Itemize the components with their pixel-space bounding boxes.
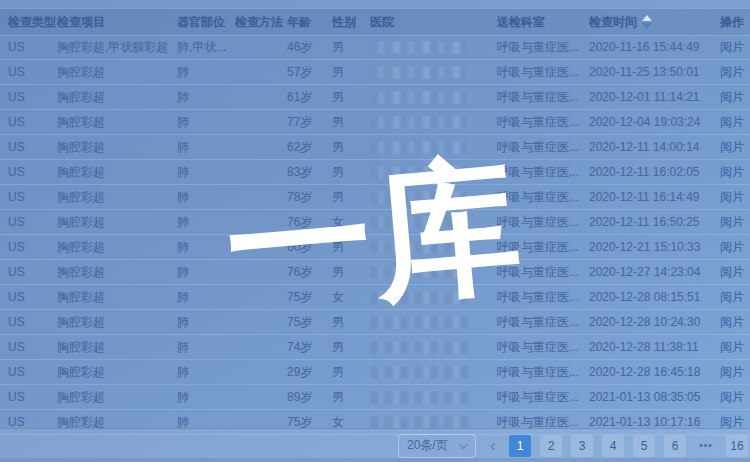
cell-exam_item: 胸腔彩超: [57, 389, 177, 406]
view-images-link[interactable]: 阅片: [720, 140, 744, 154]
cell-dept: 呼吸与重症医...: [497, 214, 589, 231]
cell-gender: 男: [332, 89, 370, 106]
chevron-down-icon: [459, 439, 469, 449]
cell-exam_type: US: [0, 90, 57, 104]
cell-text: 肺: [177, 65, 189, 79]
page-button-6[interactable]: 6: [664, 435, 686, 457]
cell-text: 男: [332, 90, 344, 104]
view-images-link[interactable]: 阅片: [720, 390, 744, 404]
view-images-link[interactable]: 阅片: [720, 340, 744, 354]
cell-text: 29岁: [287, 365, 312, 379]
table-row: US胸腔彩超肺77岁男呼吸与重症医...2020-12-04 19:03:24阅…: [0, 110, 750, 135]
cell-text: US: [8, 365, 25, 379]
cell-dept: 呼吸与重症医...: [497, 339, 589, 356]
cell-exam_type: US: [0, 315, 57, 329]
cell-exam_time: 2020-12-28 11:38:11: [589, 340, 720, 354]
column-header-method: 检查方法: [235, 14, 287, 31]
cell-dept: 呼吸与重症医...: [497, 189, 589, 206]
cell-organ: 肺: [177, 239, 235, 256]
cell-age: 78岁: [287, 189, 332, 206]
view-images-link[interactable]: 阅片: [720, 190, 744, 204]
page-button-1[interactable]: 1: [509, 435, 531, 457]
cell-dept: 呼吸与重症医...: [497, 139, 589, 156]
view-images-link[interactable]: 阅片: [720, 290, 744, 304]
cell-exam_type: US: [0, 65, 57, 79]
view-images-link[interactable]: 阅片: [720, 115, 744, 129]
view-images-link[interactable]: 阅片: [720, 315, 744, 329]
cell-text: 男: [332, 340, 344, 354]
column-header-label: 检查时间: [589, 14, 637, 31]
cell-hospital: [370, 316, 497, 329]
cell-organ: 肺: [177, 289, 235, 306]
page-button-3[interactable]: 3: [571, 435, 593, 457]
cell-exam_item: 胸腔彩超: [57, 189, 177, 206]
cell-exam_time: 2020-12-04 19:03:24: [589, 115, 720, 129]
cell-age: 62岁: [287, 139, 332, 156]
page-button-16[interactable]: 16: [726, 435, 748, 457]
cell-action: 阅片: [720, 64, 750, 81]
table-row: US胸腔彩超肺83岁男呼吸与重症医...2020-12-11 16:02:05阅…: [0, 160, 750, 185]
cell-text: 呼吸与重症医...: [497, 390, 579, 404]
cell-exam_type: US: [0, 265, 57, 279]
cell-gender: 男: [332, 339, 370, 356]
view-images-link[interactable]: 阅片: [720, 165, 744, 179]
cell-hospital: [370, 366, 497, 379]
view-images-link[interactable]: 阅片: [720, 265, 744, 279]
cell-gender: 男: [332, 314, 370, 331]
page-button-2[interactable]: 2: [540, 435, 562, 457]
sort-ascending-icon[interactable]: [642, 15, 652, 21]
cell-exam_time: 2020-12-28 10:24:30: [589, 315, 720, 329]
cell-gender: 女: [332, 289, 370, 306]
cell-text: 肺: [177, 290, 189, 304]
cell-text: 男: [332, 140, 344, 154]
cell-exam_type: US: [0, 190, 57, 204]
page-size-select[interactable]: 20条/页: [398, 434, 476, 458]
hospital-redacted-blur: [370, 166, 470, 179]
view-images-link[interactable]: 阅片: [720, 415, 744, 429]
cell-action: 阅片: [720, 239, 750, 256]
sort-descending-icon[interactable]: [642, 23, 652, 29]
cell-text: 胸腔彩超: [57, 190, 105, 204]
more-pages-button[interactable]: •••: [695, 435, 717, 457]
hospital-redacted-blur: [370, 291, 470, 304]
cell-text: 肺,甲状...: [177, 40, 226, 54]
cell-exam_type: US: [0, 240, 57, 254]
cell-exam_item: 胸腔彩超: [57, 164, 177, 181]
view-images-link[interactable]: 阅片: [720, 240, 744, 254]
cell-text: 呼吸与重症医...: [497, 315, 579, 329]
cell-text: 2021-01-13 08:35:05: [589, 390, 700, 404]
page-size-value: 20条/页: [407, 437, 448, 454]
cell-action: 阅片: [720, 39, 750, 56]
column-header-label: 性别: [332, 14, 356, 31]
table-row: US胸腔彩超肺78岁男呼吸与重症医...2020-12-11 16:14:49阅…: [0, 185, 750, 210]
cell-exam_item: 胸腔彩超,甲状腺彩超: [57, 39, 177, 56]
view-images-link[interactable]: 阅片: [720, 365, 744, 379]
cell-dept: 呼吸与重症医...: [497, 89, 589, 106]
cell-text: 呼吸与重症医...: [497, 40, 579, 54]
view-images-link[interactable]: 阅片: [720, 65, 744, 79]
view-images-link[interactable]: 阅片: [720, 40, 744, 54]
cell-exam_time: 2020-12-11 16:50:25: [589, 215, 720, 229]
cell-gender: 男: [332, 64, 370, 81]
hospital-redacted-blur: [370, 216, 470, 229]
column-header-label: 检查方法: [235, 14, 283, 31]
cell-exam_time: 2020-12-11 16:02:05: [589, 165, 720, 179]
cell-text: US: [8, 190, 25, 204]
prev-page-button[interactable]: ‹: [486, 435, 500, 457]
page-button-5[interactable]: 5: [633, 435, 655, 457]
column-header-exam_time[interactable]: 检查时间: [589, 14, 720, 31]
hospital-redacted-blur: [370, 41, 470, 54]
cell-hospital: [370, 216, 497, 229]
page-button-4[interactable]: 4: [602, 435, 624, 457]
cell-dept: 呼吸与重症医...: [497, 314, 589, 331]
sort-caret-icon[interactable]: [642, 15, 652, 29]
cell-hospital: [370, 266, 497, 279]
cell-text: 胸腔彩超: [57, 65, 105, 79]
view-images-link[interactable]: 阅片: [720, 90, 744, 104]
view-images-link[interactable]: 阅片: [720, 215, 744, 229]
cell-action: 阅片: [720, 289, 750, 306]
cell-text: 胸腔彩超: [57, 90, 105, 104]
cell-text: 46岁: [287, 40, 312, 54]
cell-organ: 肺: [177, 139, 235, 156]
cell-dept: 呼吸与重症医...: [497, 239, 589, 256]
